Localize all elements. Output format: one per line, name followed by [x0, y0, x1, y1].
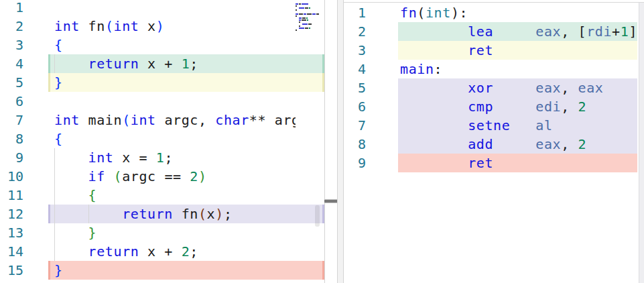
token: eax [535, 23, 561, 40]
line-number[interactable]: 12 [0, 205, 23, 223]
token [400, 117, 468, 133]
code-line[interactable]: 4main: [344, 60, 644, 78]
token: ( [114, 168, 123, 184]
line-number[interactable]: 2 [344, 22, 366, 41]
code-line[interactable]: 1 [0, 0, 324, 17]
code-line[interactable]: 6 cmp edi, 2 [344, 97, 644, 116]
code-line[interactable]: 10 if (argc == 2) [0, 167, 324, 186]
line-number[interactable]: 3 [344, 41, 366, 60]
token: } [54, 262, 63, 278]
code-line[interactable]: 8{ [0, 129, 324, 148]
code-line[interactable]: 5 xor eax, eax [344, 78, 644, 97]
code-line[interactable]: 7int main(int argc, char** argv) [0, 111, 324, 129]
minimap[interactable] [296, 1, 321, 34]
minimap-token [296, 30, 297, 31]
line-number[interactable]: 7 [0, 111, 23, 129]
token: if [88, 168, 105, 184]
token: cmp [468, 99, 493, 115]
line-number[interactable]: 14 [0, 242, 23, 261]
line-number[interactable]: 8 [0, 129, 23, 148]
token: edi [535, 99, 561, 115]
token: ; [190, 56, 198, 72]
token: ** argv [249, 112, 296, 128]
splitter-drag-handle[interactable] [324, 199, 338, 203]
splitter-rail[interactable] [337, 0, 344, 283]
minimap-token [296, 13, 298, 15]
line-number[interactable]: 11 [0, 186, 23, 205]
code-line[interactable]: 13 } [0, 223, 324, 242]
source-editor-pane: 12int fn(int x)3{4 return x + 1;5}67int … [0, 0, 324, 283]
code-line[interactable]: 7 setne al [344, 116, 644, 135]
token: { [54, 131, 63, 147]
minimap-line [296, 23, 321, 25]
code-text: int main(int argc, char** argv) [54, 111, 296, 129]
line-number[interactable]: 4 [0, 54, 23, 73]
line-number[interactable]: 7 [344, 116, 366, 135]
minimap-token [305, 7, 308, 9]
line-number[interactable]: 5 [344, 78, 366, 97]
code-line[interactable]: 6 [0, 92, 324, 111]
line-number[interactable]: 4 [344, 60, 366, 78]
line-number[interactable]: 1 [344, 3, 366, 22]
code-line[interactable]: 4 return x + 1; [0, 54, 324, 73]
code-text: ret [400, 41, 639, 60]
code-line[interactable]: 8 add eax, 2 [344, 135, 644, 154]
token: ) [156, 18, 165, 34]
line-number[interactable]: 2 [0, 17, 23, 36]
code-line[interactable]: 14 return x + 2; [0, 242, 324, 261]
token [54, 187, 88, 203]
token: fn [173, 206, 198, 222]
minimap-token [296, 9, 297, 11]
line-number[interactable]: 9 [344, 154, 366, 172]
code-text: { [54, 129, 296, 148]
token: 2 [190, 168, 198, 184]
code-line[interactable]: 3{ [0, 36, 324, 54]
code-line[interactable]: 1fn(int): [344, 3, 644, 22]
token [510, 117, 535, 133]
code-line[interactable]: 3 ret [344, 41, 644, 60]
code-line[interactable]: 9 ret [344, 154, 644, 172]
code-text: return fn(x); [54, 205, 296, 223]
line-number[interactable]: 6 [344, 97, 366, 116]
asm-output-pane: 1fn(int):2 lea eax, [rdi+1]3 ret4main:5 … [344, 0, 644, 283]
token [54, 243, 88, 260]
minimap-token [296, 5, 297, 7]
line-number[interactable]: 8 [344, 135, 366, 154]
line-number[interactable]: 5 [0, 73, 23, 92]
code-line[interactable]: 5} [0, 73, 324, 92]
line-number[interactable]: 15 [0, 261, 23, 280]
token: x + [139, 243, 181, 260]
token: } [54, 74, 63, 91]
code-line[interactable]: 11 { [0, 186, 324, 205]
scrollbar-slider[interactable] [315, 205, 320, 227]
line-number[interactable]: 6 [0, 92, 23, 111]
code-line[interactable]: 12 return fn(x); [0, 205, 324, 223]
token: eax [535, 136, 561, 152]
token: fn [80, 18, 105, 34]
minimap-token [299, 21, 300, 23]
minimap-line [296, 1, 321, 3]
line-number[interactable]: 13 [0, 223, 23, 242]
code-text: add eax, 2 [400, 135, 639, 154]
compiler-explorer-workspace: 12int fn(int x)3{4 return x + 1;5}67int … [0, 0, 644, 283]
minimap-token [316, 13, 319, 15]
line-number[interactable]: 1 [0, 0, 23, 17]
token: ; [224, 206, 233, 222]
code-line[interactable]: 15} [0, 261, 324, 280]
asm-scrollbar-track[interactable] [639, 3, 644, 283]
line-number[interactable]: 3 [0, 36, 23, 54]
token [493, 80, 535, 96]
token [400, 99, 468, 115]
token: lea [468, 23, 493, 40]
code-line[interactable]: 9 int x = 1; [0, 148, 324, 167]
code-line[interactable]: 2int fn(int x) [0, 17, 324, 36]
line-number[interactable]: 9 [0, 148, 23, 167]
token: al [535, 117, 552, 133]
minimap-token [306, 17, 308, 19]
token: ) [198, 168, 207, 184]
minimap-line [296, 30, 321, 31]
pane-splitter[interactable] [324, 0, 337, 283]
minimap-token [299, 17, 302, 19]
code-line[interactable]: 2 lea eax, [rdi+1] [344, 22, 644, 41]
line-number[interactable]: 10 [0, 167, 23, 186]
